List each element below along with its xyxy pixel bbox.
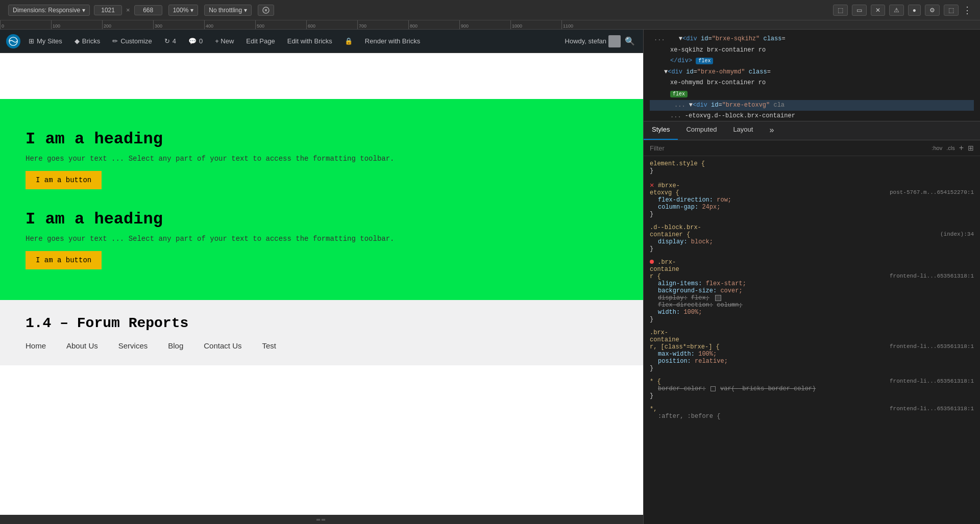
green-section: I am a heading Here goes your text ... S… <box>0 99 643 300</box>
tab-styles[interactable]: Styles <box>644 121 678 140</box>
tree-line-highlighted: ... ▼<div id="brxe-etoxvg" cla <box>650 100 974 111</box>
edit-page-label: Edit Page <box>246 37 275 45</box>
throttling-label: No throttling <box>209 7 242 14</box>
bottom-handle-icon: ══ <box>316 517 327 522</box>
flex-badge-2: flex <box>670 91 688 97</box>
css-source-star: frontend-li...653561318:1 <box>890 378 974 384</box>
device-btn[interactable]: ▭ <box>852 5 867 16</box>
no-throttling-extra[interactable] <box>258 5 274 16</box>
text-1: Here goes your text ... Select any part … <box>26 155 618 163</box>
page-preview-wrapper[interactable]: I am a heading Here goes your text ... S… <box>0 53 643 515</box>
lock-icon: 🔒 <box>345 37 353 45</box>
button-1[interactable]: I am a button <box>26 171 102 189</box>
edit-with-bricks-menu[interactable]: Edit with Bricks <box>283 35 336 47</box>
css-rules[interactable]: element.style { } ✕ #brxe-etoxvg { post-… <box>644 156 980 524</box>
grid-view-icon[interactable]: ⊞ <box>968 144 974 152</box>
new-menu[interactable]: + New <box>211 35 238 47</box>
bricks-menu[interactable]: ◆ Bricks <box>70 35 104 47</box>
tree-line-badge: flex <box>650 89 974 100</box>
heading-2: I am a heading <box>26 210 618 229</box>
flex-badge-1: flex <box>696 58 713 64</box>
tab-layout[interactable]: Layout <box>725 121 761 140</box>
nav-about[interactable]: About Us <box>66 341 98 350</box>
customize-icon: ✏ <box>112 37 118 45</box>
css-selector-star: * { <box>650 378 661 385</box>
wp-admin-bar: ⊞ My Sites ◆ Bricks ✏ Customize ↻ 4 💬 0 … <box>0 30 643 53</box>
my-sites-label: My Sites <box>37 37 62 45</box>
button-2-label: I am a button <box>36 256 91 264</box>
nav-services[interactable]: Services <box>118 341 148 350</box>
more-options-icon[interactable]: ⋮ <box>963 5 972 16</box>
height-input[interactable] <box>134 5 162 15</box>
tree-line-5: xe-ohmymd brx-container ro <box>650 78 974 89</box>
x-icon-etoxvg[interactable]: ✕ <box>650 181 654 189</box>
edit-page-menu[interactable]: Edit Page <box>242 35 279 47</box>
avatar <box>608 35 621 47</box>
red-dot-1 <box>650 260 654 264</box>
bottom-bar: ══ <box>0 515 643 524</box>
footer-section: 1.4 – Forum Reports Home About Us Servic… <box>0 300 643 365</box>
heading-1: I am a heading <box>26 130 618 148</box>
nav-test[interactable]: Test <box>262 341 276 350</box>
white-bottom <box>0 365 643 411</box>
css-rule-brx-container-2: .brx-container, [class*=brxe-] { fronten… <box>650 329 974 372</box>
updates-menu[interactable]: ↻ 4 <box>160 35 180 47</box>
dimensions-dropdown[interactable]: Dimensions: Responsive ▾ <box>8 5 90 16</box>
css-source-brx-1: frontend-li...653561318:1 <box>890 273 974 279</box>
tab-more[interactable]: » <box>761 121 782 140</box>
css-selector-d-block: .d--block.brx-container { <box>650 224 701 238</box>
css-selector-brx-1: .brx-container { <box>650 259 679 280</box>
nav-home[interactable]: Home <box>26 341 46 350</box>
html-tree: ... ▼<div id="brxe-sqkihz" class= xe-sqk… <box>644 30 980 121</box>
close-devtools-btn[interactable]: ✕ <box>871 5 885 16</box>
nav-menu: Home About Us Services Blog Contact Us T… <box>26 341 618 350</box>
search-icon[interactable]: 🔍 <box>623 34 637 48</box>
tab-computed[interactable]: Computed <box>678 121 725 140</box>
forum-title: 1.4 – Forum Reports <box>26 315 618 331</box>
settings-btn[interactable]: ⚙ <box>925 5 940 16</box>
expand-btn[interactable]: ⬚ <box>944 5 959 16</box>
css-selector-etoxvg: #brxe-etoxvg { <box>650 182 680 196</box>
updates-icon: ↻ <box>164 37 170 45</box>
filter-input[interactable] <box>650 144 927 152</box>
nav-blog[interactable]: Blog <box>168 341 183 350</box>
filter-hov[interactable]: :hov <box>932 145 942 151</box>
css-selector-element-style: element.style { <box>650 160 705 167</box>
ruler: 0 100 200 300 400 500 600 700 800 900 10… <box>0 20 980 30</box>
edit-with-bricks-label: Edit with Bricks <box>287 37 332 45</box>
cursor-tool-btn[interactable]: ⬚ <box>833 5 848 16</box>
css-rule-star: * { frontend-li...653561318:1 border-col… <box>650 378 974 400</box>
button-2[interactable]: I am a button <box>26 251 102 269</box>
green-block-2: I am a heading Here goes your text ... S… <box>26 199 618 280</box>
bricks-label: Bricks <box>82 37 100 45</box>
add-style-icon[interactable]: + <box>959 143 964 153</box>
css-source-etoxvg: post-5767.m...654152270:1 <box>890 189 974 195</box>
css-rule-comma: *, frontend-li...653561318:1 :after, :be… <box>650 406 974 420</box>
comments-menu[interactable]: 💬 0 <box>184 35 207 47</box>
css-rule-brx-container-1: .brx-container { frontend-li...653561318… <box>650 259 974 323</box>
filter-cls[interactable]: .cls <box>946 145 955 151</box>
width-input[interactable] <box>94 5 122 15</box>
page-preview: I am a heading Here goes your text ... S… <box>0 53 643 515</box>
flex-badge-inline <box>715 295 721 301</box>
tree-line-4: ▼<div id="brxe-ohmymd" class= <box>650 67 974 78</box>
tree-line-3: </div> flex <box>650 56 974 67</box>
devtools-panel: ... ▼<div id="brxe-sqkihz" class= xe-sqk… <box>643 30 980 524</box>
nav-contact[interactable]: Contact Us <box>204 341 241 350</box>
ruler-marks: 0 100 200 300 400 500 600 700 800 900 10… <box>0 20 980 29</box>
zoom-dropdown[interactable]: 100% ▾ <box>168 5 199 16</box>
customize-menu[interactable]: ✏ Customize <box>108 35 156 47</box>
css-source-comma: frontend-li...653561318:1 <box>890 406 974 412</box>
render-with-bricks-menu[interactable]: Render with Bricks <box>361 35 424 47</box>
warning-btn[interactable]: ⚠ <box>889 5 904 16</box>
customize-label: Customize <box>120 37 152 45</box>
css-rule-d-block: .d--block.brx-container { (index):34 dis… <box>650 224 974 253</box>
record-btn[interactable]: ● <box>908 5 921 16</box>
updates-count: 4 <box>173 37 176 45</box>
css-selector-brx-2: .brx-container, [class*=brxe-] { <box>650 329 720 351</box>
css-source-d-block: (index):34 <box>940 231 974 237</box>
my-sites-menu[interactable]: ⊞ My Sites <box>24 35 66 47</box>
page-white-top <box>0 53 643 99</box>
tree-line-class: ... -etoxvg.d--block.brx-container <box>650 111 974 121</box>
throttling-dropdown[interactable]: No throttling ▾ <box>204 5 252 16</box>
